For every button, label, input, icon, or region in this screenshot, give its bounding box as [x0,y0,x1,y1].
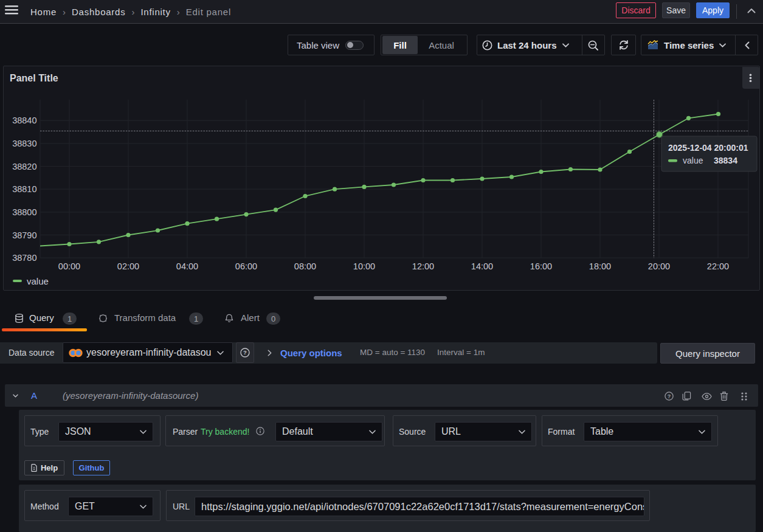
svg-text:08:00: 08:00 [294,261,316,271]
svg-text:?: ? [668,393,671,399]
svg-text:38810: 38810 [12,184,36,194]
svg-text:22:00: 22:00 [707,261,729,271]
svg-text:18:00: 18:00 [589,261,611,271]
svg-text:38820: 38820 [12,162,36,171]
svg-text:?: ? [243,349,247,356]
svg-text:14:00: 14:00 [471,261,493,271]
svg-text:00:00: 00:00 [58,261,80,271]
svg-text:04:00: 04:00 [176,261,198,271]
svg-text:38790: 38790 [12,230,36,240]
svg-text:12:00: 12:00 [412,261,434,271]
svg-text:10:00: 10:00 [353,261,375,271]
svg-text:value: value [683,156,703,165]
svg-text:38780: 38780 [12,253,36,263]
svg-text:06:00: 06:00 [235,261,257,271]
svg-text:20:00: 20:00 [648,261,670,271]
svg-text:38834: 38834 [714,156,737,165]
svg-text:38830: 38830 [12,139,36,148]
svg-text:2025-12-04 20:00:01: 2025-12-04 20:00:01 [668,143,748,153]
svg-text:16:00: 16:00 [530,261,552,271]
svg-text:38840: 38840 [12,116,36,125]
svg-text:38800: 38800 [12,207,36,217]
svg-text:02:00: 02:00 [117,261,139,271]
